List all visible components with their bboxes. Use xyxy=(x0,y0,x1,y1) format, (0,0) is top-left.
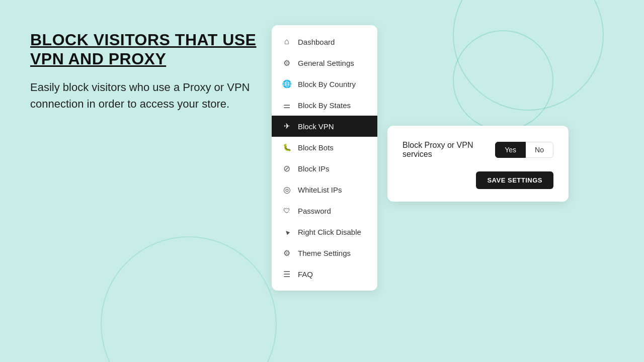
sidebar-item-password[interactable]: Password xyxy=(272,200,377,221)
sidebar-item-block-by-states[interactable]: Block By States xyxy=(272,95,377,116)
sidebar-item-label: Theme Settings xyxy=(298,249,351,257)
yes-no-toggle: Yes No xyxy=(495,142,553,158)
theme-icon xyxy=(282,248,292,258)
sidebar-item-block-ips[interactable]: Block IPs xyxy=(272,158,377,179)
right-section: Dashboard General Settings Block By Coun… xyxy=(272,25,614,291)
sidebar-item-label: Block Bots xyxy=(298,143,334,152)
home-icon xyxy=(282,37,292,47)
sidebar-item-label: FAQ xyxy=(298,270,313,279)
sidebar-item-label: Block IPs xyxy=(298,164,330,173)
main-content: BLOCK VISITORS THAT USE VPN AND PROXY Ea… xyxy=(0,0,644,362)
faq-icon xyxy=(282,269,292,279)
sidebar-item-general-settings[interactable]: General Settings xyxy=(272,52,377,73)
sidebar-item-right-click-disable[interactable]: Right Click Disable xyxy=(272,221,377,242)
filter-icon xyxy=(282,100,292,110)
page-subtext: Easily block visitors who use a Proxy or… xyxy=(30,79,272,112)
sidebar-menu: Dashboard General Settings Block By Coun… xyxy=(272,25,377,291)
save-settings-button[interactable]: SAVE SETTINGS xyxy=(476,171,553,189)
yes-button[interactable]: Yes xyxy=(495,142,526,158)
sidebar-item-label: Block By Country xyxy=(298,80,356,88)
page-headline: BLOCK VISITORS THAT USE VPN AND PROXY xyxy=(30,30,272,69)
block-vpn-label: Block Proxy or VPN services xyxy=(403,141,495,159)
sidebar-item-label: Right Click Disable xyxy=(298,228,361,236)
bug-icon xyxy=(282,142,292,152)
sidebar-item-faq[interactable]: FAQ xyxy=(272,263,377,285)
shield-icon xyxy=(282,206,292,216)
sidebar-item-block-by-country[interactable]: Block By Country xyxy=(272,73,377,95)
sidebar-item-label: Block By States xyxy=(298,101,351,110)
sidebar-item-label: Password xyxy=(298,207,331,215)
cursor-icon xyxy=(282,227,292,237)
sidebar-item-block-vpn[interactable]: Block VPN xyxy=(272,116,377,137)
no-button[interactable]: No xyxy=(526,142,553,158)
sidebar-item-label: Block VPN xyxy=(298,122,334,131)
sidebar-item-block-bots[interactable]: Block Bots xyxy=(272,137,377,158)
sidebar-item-label: General Settings xyxy=(298,59,354,67)
rocket-icon xyxy=(282,121,292,131)
sidebar-item-dashboard[interactable]: Dashboard xyxy=(272,31,377,52)
block-vpn-row: Block Proxy or VPN services Yes No xyxy=(403,141,553,159)
content-panel: Block Proxy or VPN services Yes No SAVE … xyxy=(387,126,569,202)
block-icon xyxy=(282,163,292,173)
left-section: BLOCK VISITORS THAT USE VPN AND PROXY Ea… xyxy=(30,25,272,112)
sidebar-item-whitelist-ips[interactable]: WhiteList IPs xyxy=(272,179,377,200)
sidebar-item-label: Dashboard xyxy=(298,38,335,46)
whitelist-icon xyxy=(282,185,292,195)
sidebar-item-label: WhiteList IPs xyxy=(298,186,342,194)
globe-icon xyxy=(282,79,292,89)
gear-icon xyxy=(282,58,292,68)
save-btn-row: SAVE SETTINGS xyxy=(403,171,553,189)
sidebar-item-theme-settings[interactable]: Theme Settings xyxy=(272,242,377,263)
